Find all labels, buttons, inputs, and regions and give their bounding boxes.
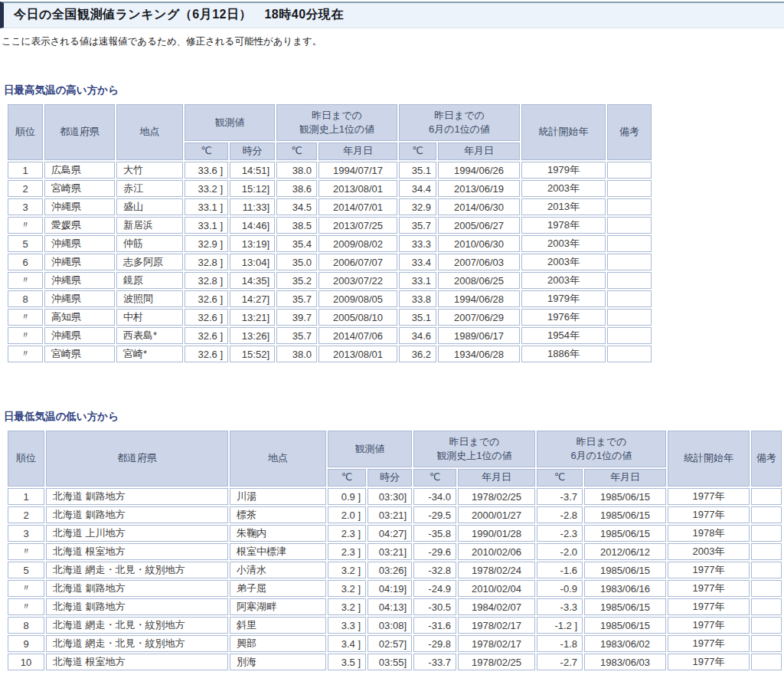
cell-rank: 3 xyxy=(8,198,43,215)
cell-stats-year: 1977年 xyxy=(668,635,750,652)
min-temp-table-body: 1北海道 釧路地方川湯0.9 ]03:30]-34.01978/02/25-3.… xyxy=(8,488,782,670)
table-row: 1北海道 釧路地方川湯0.9 ]03:30]-34.01978/02/25-3.… xyxy=(8,488,782,505)
cell-prefecture: 北海道 釧路地方 xyxy=(46,488,228,505)
cell-rank: 5 xyxy=(8,235,43,252)
table-row: 〃沖縄県鏡原32.8 ]14:35]35.22003/07/2233.12008… xyxy=(8,272,652,289)
cell-record-temp: -29.6 xyxy=(413,543,456,560)
cell-june-temp: 33.1 xyxy=(399,272,436,289)
cell-record-temp: -33.7 xyxy=(413,654,456,670)
cell-record-date: 2014/07/06 xyxy=(318,327,397,344)
cell-record-temp: -32.8 xyxy=(413,562,456,578)
cell-stats-year: 1978年 xyxy=(521,217,606,234)
cell-station: 波照間 xyxy=(116,290,183,307)
cell-june-date: 1985/06/15 xyxy=(584,617,666,634)
cell-rank: 1 xyxy=(8,162,43,179)
col-header-observed: 観測値 xyxy=(185,104,275,141)
col-header-june-record: 昨日までの 6月の1位の値 xyxy=(537,431,666,467)
table-row: 2北海道 釧路地方標茶2.0 ]03:21]-29.52000/01/27-2.… xyxy=(8,506,782,523)
cell-june-date: 1983/06/03 xyxy=(584,654,666,670)
cell-prefecture: 沖縄県 xyxy=(44,290,115,307)
table-row: 3北海道 上川地方朱鞠内2.3 ]04:27]-35.81990/01/28-2… xyxy=(8,525,782,542)
cell-june-temp: 36.2 xyxy=(399,346,436,362)
cell-time: 11:33] xyxy=(230,198,275,215)
subheader-date: 年月日 xyxy=(458,469,535,487)
cell-june-date: 2007/06/03 xyxy=(438,254,520,270)
subheader-celsius: ℃ xyxy=(328,469,366,487)
cell-record-date: 1978/02/17 xyxy=(458,617,535,634)
cell-time: 03:21] xyxy=(368,506,412,523)
cell-june-date: 2008/06/25 xyxy=(438,272,520,289)
cell-june-temp: 35.1 xyxy=(399,162,436,179)
cell-june-temp: -1.8 xyxy=(537,635,583,652)
cell-record-temp: -35.8 xyxy=(413,525,456,542)
cell-station: 別海 xyxy=(230,654,326,670)
cell-june-date: 2013/06/19 xyxy=(438,180,520,197)
table-row: 8北海道 網走・北見・紋別地方斜里3.3 ]03:08]-31.61978/02… xyxy=(8,617,782,634)
cell-june-date: 1985/06/15 xyxy=(584,506,666,523)
cell-remarks xyxy=(607,217,652,234)
cell-station: 新居浜 xyxy=(116,217,183,234)
col-header-station: 地点 xyxy=(116,104,183,160)
table-row: 〃北海道 釧路地方阿寒湖畔3.2 ]04:13]-30.51984/02/07-… xyxy=(8,598,782,615)
cell-prefecture: 沖縄県 xyxy=(44,327,115,344)
cell-record-temp: 38.5 xyxy=(276,217,317,234)
cell-temp: 3.2 ] xyxy=(328,598,366,615)
cell-stats-year: 1979年 xyxy=(521,290,606,307)
cell-prefecture: 北海道 釧路地方 xyxy=(46,506,228,523)
cell-record-temp: 38.6 xyxy=(276,180,317,197)
col-header-prefecture: 都道府県 xyxy=(46,431,228,487)
cell-station: 大竹 xyxy=(116,162,183,179)
cell-temp: 32.8 ] xyxy=(185,254,228,270)
table-row: 〃高知県中村32.6 ]13:21]39.72005/08/1035.12007… xyxy=(8,309,652,326)
cell-rank: 8 xyxy=(8,617,44,634)
cell-stats-year: 2003年 xyxy=(521,180,606,197)
cell-june-date: 2012/06/12 xyxy=(584,543,666,560)
cell-stats-year: 1977年 xyxy=(668,506,750,523)
cell-record-date: 1978/02/25 xyxy=(458,654,535,670)
cell-record-date: 2000/01/27 xyxy=(458,506,535,523)
cell-record-temp: 35.0 xyxy=(276,254,317,270)
cell-time: 14:35] xyxy=(230,272,275,289)
table-row: 〃宮崎県宮崎*32.6 ]15:52]38.02013/08/0136.2193… xyxy=(8,346,652,362)
cell-june-temp: -3.7 xyxy=(537,488,583,505)
cell-record-date: 2013/08/01 xyxy=(318,346,397,362)
cell-prefecture: 北海道 釧路地方 xyxy=(46,580,228,597)
cell-prefecture: 宮崎県 xyxy=(44,180,115,197)
cell-station: 朱鞠内 xyxy=(230,525,326,542)
cell-time: 04:19] xyxy=(368,580,412,597)
cell-record-temp: 38.0 xyxy=(276,162,317,179)
cell-june-temp: 33.3 xyxy=(399,235,436,252)
cell-june-temp: 34.6 xyxy=(399,327,436,344)
section-daily-max-temp: 日最高気温の高い方から 順位 都道府県 地点 観測値 昨日までの 観測史上1位の… xyxy=(0,84,784,364)
cell-record-date: 1978/02/17 xyxy=(458,635,535,652)
cell-stats-year: 1977年 xyxy=(668,488,750,505)
subheader-date: 年月日 xyxy=(318,143,397,160)
col-header-stats-start-year: 統計開始年 xyxy=(668,431,750,487)
cell-prefecture: 沖縄県 xyxy=(44,198,115,215)
cell-remarks xyxy=(751,635,782,652)
cell-stats-year: 1954年 xyxy=(521,327,606,344)
table-row: 3沖縄県盛山33.1 ]11:33]34.52014/07/0132.92014… xyxy=(8,198,652,215)
cell-june-date: 1985/06/15 xyxy=(584,598,666,615)
subheader-celsius: ℃ xyxy=(537,469,583,487)
cell-rank: 〃 xyxy=(8,543,44,560)
cell-station: 小清水 xyxy=(230,562,326,578)
table-row: 〃沖縄県西表島*32.6 ]13:26]35.72014/07/0634.619… xyxy=(8,327,652,344)
cell-temp: 33.1 ] xyxy=(185,198,228,215)
cell-record-date: 2010/02/06 xyxy=(458,543,535,560)
cell-time: 14:51] xyxy=(230,162,275,179)
col-header-rank: 順位 xyxy=(8,104,43,160)
cell-remarks xyxy=(607,346,652,362)
cell-time: 13:21] xyxy=(230,309,275,326)
subheader-date: 年月日 xyxy=(584,469,666,487)
cell-june-temp: -0.9 xyxy=(537,580,583,597)
subheader-time: 時分 xyxy=(230,143,275,160)
cell-rank: 〃 xyxy=(8,327,43,344)
cell-stats-year: 1979年 xyxy=(521,162,606,179)
cell-station: 鏡原 xyxy=(116,272,183,289)
cell-temp: 3.2 ] xyxy=(328,580,366,597)
cell-temp: 32.8 ] xyxy=(185,272,228,289)
cell-record-date: 1990/01/28 xyxy=(458,525,535,542)
cell-station: 西表島* xyxy=(116,327,183,344)
cell-record-date: 1978/02/24 xyxy=(458,562,535,578)
